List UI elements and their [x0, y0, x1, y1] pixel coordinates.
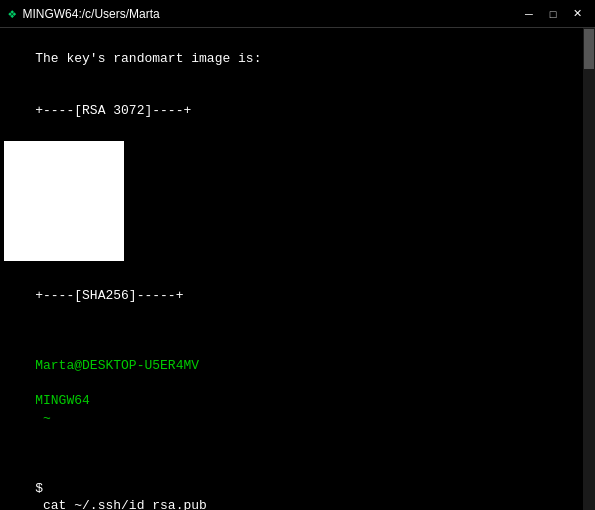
- cmd-line-1: $ cat ~/.ssh/id_rsa.pub: [4, 462, 591, 510]
- prompt-line-1: Marta@DESKTOP-U5ER4MV MINGW64 ~: [4, 339, 591, 462]
- randomart-top: +----[RSA 3072]----+: [4, 85, 591, 138]
- title-bar-icon: ❖: [8, 5, 16, 22]
- scrollbar-thumb[interactable]: [584, 29, 594, 69]
- scrollbar[interactable]: [583, 28, 595, 510]
- title-bar-controls: ─ □ ✕: [519, 4, 587, 24]
- terminal[interactable]: The key's randomart image is: +----[RSA …: [0, 28, 595, 510]
- randomart-image: [4, 139, 591, 267]
- close-button[interactable]: ✕: [567, 4, 587, 24]
- title-bar-left: ❖ MINGW64:/c/Users/Marta: [8, 5, 160, 22]
- minimize-button[interactable]: ─: [519, 4, 539, 24]
- blank-line-1: [4, 322, 591, 340]
- output-line-1: The key's randomart image is:: [4, 32, 591, 85]
- randomart-box: [4, 141, 124, 261]
- title-bar-title: MINGW64:/c/Users/Marta: [22, 7, 159, 21]
- title-bar: ❖ MINGW64:/c/Users/Marta ─ □ ✕: [0, 0, 595, 28]
- randomart-bottom: +----[SHA256]-----+: [4, 269, 591, 322]
- maximize-button[interactable]: □: [543, 4, 563, 24]
